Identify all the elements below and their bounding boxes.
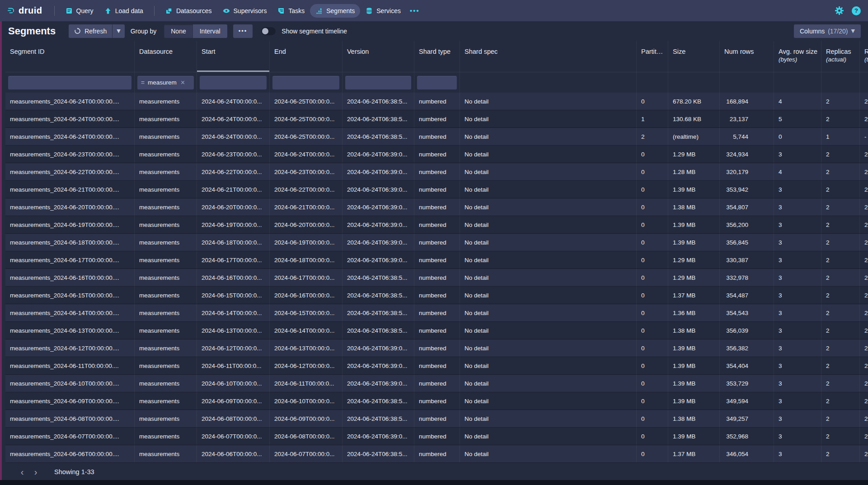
column-header-avg-row-size[interactable]: Avg. row size(bytes)	[774, 41, 821, 72]
cell-start[interactable]: 2024-06-18T00:00:0...	[197, 234, 269, 251]
cell-datasource[interactable]: measurements	[134, 93, 197, 110]
cell-num-rows[interactable]: 332,978	[719, 269, 774, 286]
cell-id[interactable]: measurements_2024-06-07T00:00:00....	[5, 428, 134, 445]
nav-item-datasources[interactable]: Datasources	[160, 4, 217, 18]
cell-shard-spec[interactable]: No detail	[460, 287, 636, 304]
cell-replication[interactable]: 2	[859, 234, 868, 251]
cell-partition[interactable]: 0	[636, 93, 668, 110]
cell-end[interactable]: 2024-06-20T00:00:0...	[269, 216, 342, 233]
cell-datasource[interactable]: measurements	[134, 304, 197, 321]
nav-item-segments[interactable]: Segments	[310, 4, 360, 18]
cell-replicas[interactable]: 2	[821, 392, 859, 410]
cell-avg-row-size[interactable]: 3	[774, 198, 821, 216]
cell-replicas[interactable]: 2	[821, 163, 859, 180]
cell-shard-spec[interactable]: No detail	[460, 410, 636, 427]
cell-replication[interactable]: 2	[859, 287, 868, 304]
cell-partition[interactable]: 0	[636, 428, 668, 445]
cell-version[interactable]: 2024-06-24T06:39:0...	[342, 163, 414, 180]
cell-shard-spec[interactable]: No detail	[460, 93, 636, 110]
cell-start[interactable]: 2024-06-11T00:00:0...	[197, 357, 269, 374]
cell-end[interactable]: 2024-06-08T00:00:0...	[269, 428, 342, 445]
cell-partition[interactable]: 0	[636, 304, 668, 321]
cell-shard-type[interactable]: numbered	[414, 410, 460, 427]
cell-end[interactable]: 2024-06-14T00:00:0...	[269, 322, 342, 339]
cell-avg-row-size[interactable]: 3	[774, 392, 821, 410]
cell-replication[interactable]: 2	[859, 375, 868, 392]
horizontal-scrollbar-track[interactable]	[0, 480, 868, 485]
cell-id[interactable]: measurements_2024-06-23T00:00:00....	[5, 146, 134, 163]
cell-size[interactable]: 1.39 MB	[668, 375, 719, 392]
cell-id[interactable]: measurements_2024-06-17T00:00:00....	[5, 251, 134, 268]
cell-end[interactable]: 2024-06-19T00:00:0...	[269, 234, 342, 251]
cell-partition[interactable]: 0	[636, 163, 668, 180]
cell-num-rows[interactable]: 356,200	[719, 216, 774, 233]
cell-shard-spec[interactable]: No detail	[460, 392, 636, 410]
cell-num-rows[interactable]: 356,382	[719, 339, 774, 357]
nav-item-query[interactable]: Query	[60, 4, 99, 18]
cell-end[interactable]: 2024-06-15T00:00:0...	[269, 304, 342, 321]
cell-shard-spec[interactable]: No detail	[460, 146, 636, 163]
cell-avg-row-size[interactable]: 5	[774, 110, 821, 127]
cell-shard-spec[interactable]: No detail	[460, 163, 636, 180]
cell-start[interactable]: 2024-06-07T00:00:0...	[197, 428, 269, 445]
cell-shard-spec[interactable]: No detail	[460, 322, 636, 339]
cell-end[interactable]: 2024-06-21T00:00:0...	[269, 198, 342, 216]
cell-id[interactable]: measurements_2024-06-22T00:00:00....	[5, 163, 134, 180]
cell-size[interactable]: 1.38 MB	[668, 410, 719, 427]
cell-size[interactable]: 1.28 MB	[668, 163, 719, 180]
cell-replication[interactable]: 2	[859, 93, 868, 110]
cell-avg-row-size[interactable]: 3	[774, 357, 821, 374]
next-page-button[interactable]: ›	[29, 465, 42, 479]
cell-id[interactable]: measurements_2024-06-10T00:00:00....	[5, 375, 134, 392]
cell-version[interactable]: 2024-06-24T06:39:0...	[342, 216, 414, 233]
cell-replicas[interactable]: 2	[821, 304, 859, 321]
cell-num-rows[interactable]: 346,054	[719, 445, 774, 462]
cell-datasource[interactable]: measurements	[134, 234, 197, 251]
cell-version[interactable]: 2024-06-24T06:39:0...	[342, 198, 414, 216]
cell-size[interactable]: 130.68 KB	[668, 110, 719, 127]
cell-shard-spec[interactable]: No detail	[460, 181, 636, 198]
cell-partition[interactable]: 0	[636, 339, 668, 357]
segment-timeline-toggle[interactable]	[261, 27, 276, 35]
cell-partition[interactable]: 0	[636, 234, 668, 251]
cell-id[interactable]: measurements_2024-06-24T00:00:00....	[5, 128, 134, 145]
group-by-interval-button[interactable]: Interval	[193, 24, 227, 38]
cell-num-rows[interactable]: 330,387	[719, 251, 774, 268]
cell-size[interactable]: 1.39 MB	[668, 392, 719, 410]
cell-partition[interactable]: 0	[636, 375, 668, 392]
cell-avg-row-size[interactable]: 3	[774, 146, 821, 163]
cell-shard-type[interactable]: numbered	[414, 339, 460, 357]
cell-size[interactable]: (realtime)	[668, 128, 719, 145]
cell-size[interactable]: 1.29 MB	[668, 269, 719, 286]
cell-id[interactable]: measurements_2024-06-24T00:00:00....	[5, 93, 134, 110]
cell-avg-row-size[interactable]: 3	[774, 287, 821, 304]
cell-version[interactable]: 2024-06-24T06:38:5...	[342, 410, 414, 427]
cell-replication[interactable]: 2	[859, 110, 868, 127]
cell-partition[interactable]: 0	[636, 146, 668, 163]
cell-shard-spec[interactable]: No detail	[460, 339, 636, 357]
group-by-none-button[interactable]: None	[164, 24, 192, 38]
column-header-partition[interactable]: Partition	[636, 41, 668, 72]
cell-datasource[interactable]: measurements	[134, 269, 197, 286]
cell-replication[interactable]: 2	[859, 357, 868, 374]
cell-size[interactable]: 1.39 MB	[668, 339, 719, 357]
cell-shard-type[interactable]: numbered	[414, 287, 460, 304]
nav-item-load-data[interactable]: Load data	[99, 4, 149, 18]
cell-partition[interactable]: 0	[636, 181, 668, 198]
cell-start[interactable]: 2024-06-17T00:00:0...	[197, 251, 269, 268]
cell-avg-row-size[interactable]: 4	[774, 93, 821, 110]
cell-id[interactable]: measurements_2024-06-09T00:00:00....	[5, 392, 134, 410]
cell-end[interactable]: 2024-06-24T00:00:0...	[269, 146, 342, 163]
cell-shard-spec[interactable]: No detail	[460, 128, 636, 145]
cell-id[interactable]: measurements_2024-06-15T00:00:00....	[5, 287, 134, 304]
cell-replicas[interactable]: 2	[821, 410, 859, 427]
cell-shard-spec[interactable]: No detail	[460, 428, 636, 445]
cell-replication[interactable]: 2	[859, 251, 868, 268]
datasource-filter-input[interactable]: =measurem×	[137, 76, 194, 89]
cell-datasource[interactable]: measurements	[134, 287, 197, 304]
cell-num-rows[interactable]: 349,257	[719, 410, 774, 427]
cell-shard-spec[interactable]: No detail	[460, 198, 636, 216]
cell-num-rows[interactable]: 354,543	[719, 304, 774, 321]
cell-replicas[interactable]: 2	[821, 251, 859, 268]
cell-replicas[interactable]: 2	[821, 339, 859, 357]
